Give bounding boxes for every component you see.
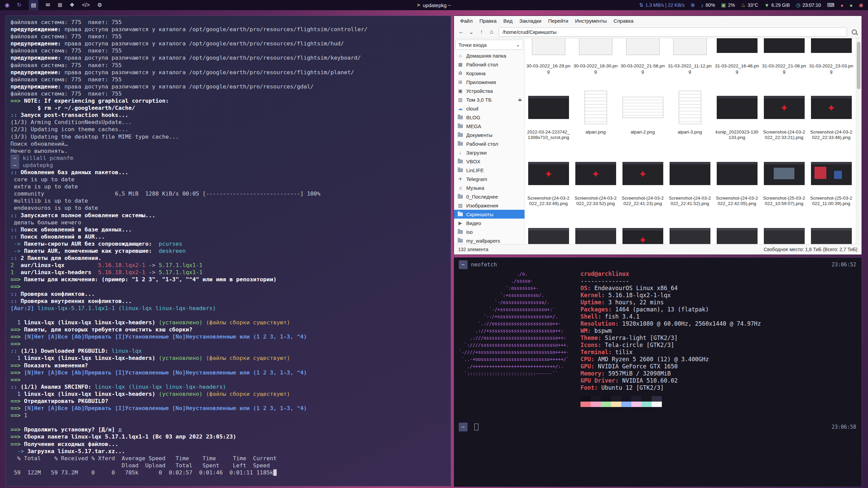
sidebar-item-том-3-0-тб[interactable]: ▥Том 3,0 ТБ⏏ bbox=[454, 95, 525, 104]
memory-indicator[interactable]: ▼6.29 GiB bbox=[764, 2, 790, 8]
sidebar-item-устройства[interactable]: ▣Устройства bbox=[454, 86, 525, 95]
path-input[interactable] bbox=[499, 27, 847, 37]
file-item[interactable]: 30-03-2022_16-29.png bbox=[525, 38, 572, 85]
file-manager-window[interactable]: ФайлПравкаВидЗакладкиПерейтиИнструментыС… bbox=[454, 16, 862, 255]
sidebar-item-скриншоты[interactable]: Скриншоты bbox=[454, 210, 525, 219]
menu-закладки[interactable]: Закладки bbox=[516, 17, 545, 25]
sidebar-item-cloud[interactable]: ☁cloud bbox=[454, 104, 525, 113]
sidebar-item-корзина[interactable]: ♻Корзина bbox=[454, 69, 525, 78]
file-thumbnail bbox=[811, 162, 852, 185]
sidebar-item-linlife[interactable]: LinLIFE bbox=[454, 166, 525, 175]
home-button[interactable]: ⌂ bbox=[487, 27, 496, 36]
sidebar-item-рабочий-стол[interactable]: ▦Рабочий стол bbox=[454, 60, 525, 69]
up-button[interactable]: ↑ bbox=[477, 27, 486, 36]
sidebar-item-домашняя-папка[interactable]: ⌂Домашняя папка bbox=[454, 51, 525, 60]
fm-scrollbar-thumb[interactable] bbox=[857, 42, 861, 89]
file-item[interactable]: Screenshot-(24-03-2022_22:41:52).png bbox=[666, 151, 713, 217]
file-item[interactable]: Screenshot-(25-03-2022_10:59:07).png bbox=[761, 151, 808, 217]
menu-правка[interactable]: Правка bbox=[476, 17, 500, 25]
sidebar-item-загрузки[interactable]: ↓Загрузки bbox=[454, 148, 525, 157]
terminal-window[interactable]: файловая система: 775 пакет: 755предупре… bbox=[5, 16, 451, 486]
keyboard-icon[interactable]: ⌨ bbox=[827, 2, 834, 8]
file-item[interactable]: 31-03-2022_16-46.png bbox=[713, 38, 761, 85]
file-item[interactable] bbox=[761, 217, 808, 244]
file-item[interactable]: Screenshot-(24-03-2022_22:33:52).png bbox=[572, 151, 619, 217]
file-item[interactable] bbox=[713, 217, 761, 244]
file-item[interactable]: 2022-03-24-223742_1308x710_scrot.png bbox=[525, 85, 572, 151]
launcher-icon[interactable]: ↻ bbox=[17, 0, 21, 10]
file-name: 31-03-2022_11-12.png bbox=[668, 63, 712, 74]
file-item[interactable] bbox=[619, 217, 666, 244]
tray-status-icon[interactable]: ● bbox=[850, 2, 853, 8]
sidebar-item-0-последнее[interactable]: 0_Последнее bbox=[454, 192, 525, 201]
file-item[interactable]: ksnip_20220323-130133.png bbox=[713, 85, 761, 151]
file-thumbnail bbox=[532, 38, 565, 55]
file-item[interactable]: Screenshot-(25-03-2022_11:00:39).png bbox=[808, 151, 855, 217]
file-item[interactable]: Screenshot-(24-03-2022_22:33:49).png bbox=[525, 151, 572, 217]
sidebar-item-документы[interactable]: Документы bbox=[454, 130, 525, 139]
file-name: 31-03-2022_16-46.png bbox=[715, 63, 759, 74]
menu-справка[interactable]: Справка bbox=[610, 17, 637, 25]
file-item[interactable]: alpari-2.png bbox=[619, 85, 666, 151]
sidebar-item-my-wallpapers[interactable]: my_wallpapers bbox=[454, 236, 525, 244]
file-item[interactable]: Screenshot-(24-03-2022_22:33:21).png bbox=[761, 85, 808, 151]
tray-record-icon[interactable]: ● bbox=[841, 2, 844, 8]
sidebar-item-музыка[interactable]: ♫Музыка bbox=[454, 183, 525, 192]
files-icon[interactable]: ▤ bbox=[29, 0, 38, 10]
chat-icon[interactable]: ✉ bbox=[46, 0, 50, 10]
apps-icon[interactable]: ⊞ bbox=[58, 0, 62, 10]
file-item[interactable] bbox=[666, 217, 713, 244]
file-item[interactable]: 30-03-2022_16-30.png bbox=[572, 38, 619, 85]
back-button[interactable]: ← bbox=[457, 27, 466, 36]
clock[interactable]: ◷23:07:10 bbox=[796, 2, 821, 8]
fm-menubar: ФайлПравкаВидЗакладкиПерейтиИнструментыС… bbox=[454, 16, 862, 26]
sidebar-item-blog[interactable]: BLOG bbox=[454, 113, 525, 122]
sidebar-item-vbox[interactable]: VBOX bbox=[454, 157, 525, 166]
code-icon[interactable]: </> bbox=[82, 0, 90, 10]
eject-icon[interactable]: ⏏ bbox=[518, 97, 522, 102]
tools-icon[interactable]: ⚙ bbox=[97, 0, 102, 10]
power-icon[interactable]: ◉ bbox=[859, 2, 863, 8]
temperature-indicator[interactable]: ♨33°C bbox=[741, 2, 758, 8]
volume-indicator[interactable]: ♪80% bbox=[701, 2, 715, 8]
file-item[interactable]: 30-03-2022_21-56.png bbox=[619, 38, 666, 85]
neofetch-terminal-window[interactable]: ~ neofetch 23:06:52 ./o. ./sssso- `:osss… bbox=[454, 257, 862, 487]
menu-перейти[interactable]: Перейти bbox=[545, 17, 572, 25]
file-item[interactable] bbox=[525, 217, 572, 244]
window-icon[interactable]: ❖ bbox=[70, 0, 74, 10]
fm-file-area[interactable]: 30-03-2022_16-29.png30-03-2022_16-30.png… bbox=[525, 38, 856, 244]
file-item[interactable]: alpari.png bbox=[572, 85, 619, 151]
network-speed[interactable]: ⇅1.3 MB/s | 22 KB/s bbox=[639, 2, 685, 8]
sidebar-item-видео[interactable]: ▶Видео bbox=[454, 219, 525, 227]
fm-scrollbar[interactable] bbox=[856, 38, 862, 244]
neofetch-bottom-prompt[interactable]: ~ 23:06:58 bbox=[459, 423, 856, 431]
sidebar-item-mega[interactable]: MEGA bbox=[454, 122, 525, 130]
menu-инструменты[interactable]: Инструменты bbox=[572, 17, 610, 25]
file-item[interactable] bbox=[808, 217, 855, 244]
file-item[interactable]: 31-03-2022_21-08.png bbox=[761, 38, 808, 85]
sidebar-item-telegram[interactable]: ✈Telegram bbox=[454, 175, 525, 183]
file-item[interactable] bbox=[572, 217, 619, 244]
sidebar-item-приложения[interactable]: ⊞Приложения bbox=[454, 78, 525, 86]
search-icon[interactable] bbox=[852, 29, 857, 35]
sidebar-item-iso[interactable]: iso bbox=[454, 227, 525, 236]
file-thumbnail bbox=[811, 228, 852, 244]
file-item[interactable]: 31-03-2022_11-12.png bbox=[666, 38, 713, 85]
file-item[interactable]: alpari-3.png bbox=[666, 85, 713, 151]
file-item[interactable]: Screenshot-(24-03-2022_22:33:46).png bbox=[808, 85, 855, 151]
menu-icon[interactable]: ◉ bbox=[5, 0, 9, 10]
menu-файл[interactable]: Файл bbox=[457, 17, 476, 25]
cpu-indicator[interactable]: ▣2% bbox=[721, 2, 735, 8]
menu-вид[interactable]: Вид bbox=[500, 17, 516, 25]
globe-icon[interactable]: ⊕ bbox=[691, 2, 695, 8]
file-thumbnail bbox=[717, 162, 757, 185]
sidebar-item-рабочий-стол[interactable]: Рабочий стол bbox=[454, 139, 525, 148]
file-item[interactable]: Screenshot-(24-03-2022_22:41:23).png bbox=[619, 151, 666, 217]
places-dropdown[interactable]: Точки входа ⌄ bbox=[455, 40, 523, 50]
sidebar-item-изображения[interactable]: ▧Изображения bbox=[454, 201, 525, 210]
file-item[interactable]: 31-03-2022_23-03.png bbox=[808, 38, 855, 85]
neofetch-info-line: Theme: Sierra-light [GTK2/3] bbox=[580, 334, 761, 342]
file-item[interactable]: Screenshot-(24-03-2022_22:42:05).png bbox=[713, 151, 761, 217]
cpu-indicator-icon: ▣ bbox=[721, 2, 726, 8]
history-dropdown-button[interactable]: ⌄ bbox=[467, 27, 476, 36]
